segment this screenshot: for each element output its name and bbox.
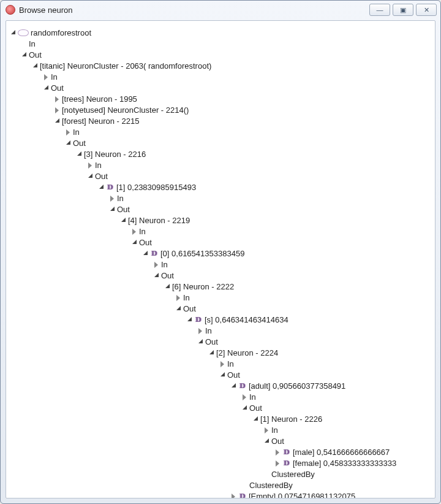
chevron-down-icon[interactable] — [263, 438, 270, 445]
window-buttons: — ▣ ✕ — [367, 4, 437, 16]
chevron-down-icon[interactable] — [87, 173, 94, 180]
tree-item[interactable]: ClusteredBy — [241, 479, 432, 491]
chevron-right-icon[interactable] — [230, 493, 237, 498]
tree-item[interactable]: Out — [131, 237, 432, 248]
tree-item[interactable]: In — [219, 358, 432, 369]
tree-item[interactable]: Out — [43, 82, 432, 93]
tree-item[interactable]: In — [21, 38, 432, 49]
tree-item[interactable]: In — [87, 159, 432, 170]
tree-scroll[interactable]: randomforestroot In Out [titanic] Neuron… — [6, 21, 435, 498]
chevron-down-icon[interactable] — [197, 338, 204, 345]
tree-item[interactable]: Out — [65, 137, 432, 148]
chevron-right-icon[interactable] — [43, 74, 50, 80]
chevron-down-icon[interactable] — [10, 29, 17, 36]
title-bar[interactable]: Browse neuron — ▣ ✕ — [1, 1, 440, 19]
tree-item[interactable]: [2] Neuron - 2224 — [208, 347, 432, 358]
chevron-right-icon[interactable] — [219, 361, 226, 367]
tree-item[interactable]: Out — [197, 336, 432, 347]
tree-item[interactable]: In — [241, 391, 432, 402]
chevron-right-icon[interactable] — [87, 162, 94, 169]
oval-icon — [18, 29, 29, 36]
tree-item[interactable]: Out — [241, 402, 432, 413]
tree-item[interactable]: [4] Neuron - 2219 — [120, 215, 432, 226]
chevron-down-icon[interactable] — [252, 416, 259, 422]
tree-item[interactable]: D [1] 0,23830985915493 — [98, 181, 432, 193]
chevron-down-icon[interactable] — [120, 217, 127, 224]
tree-item[interactable]: In — [109, 193, 432, 204]
chevron-right-icon[interactable] — [65, 129, 72, 136]
tree-item[interactable]: D [s] 0,646341463414634 — [186, 314, 432, 325]
tree-item[interactable]: Out — [153, 270, 432, 281]
chevron-right-icon[interactable] — [274, 449, 281, 456]
chevron-right-icon[interactable] — [109, 195, 116, 202]
tree-item[interactable]: D [female] 0,458333333333333 — [274, 457, 432, 468]
tree-item[interactable]: [1] Neuron - 2226 — [252, 413, 432, 424]
chevron-down-icon[interactable] — [186, 316, 193, 323]
minimize-button[interactable]: — — [369, 4, 390, 16]
tree-item[interactable]: D [male] 0,541666666666667 — [274, 446, 432, 457]
tree-item[interactable]: [notyetused] NeuronCluster - 2214() — [54, 104, 432, 115]
chevron-down-icon[interactable] — [98, 184, 105, 191]
chevron-down-icon[interactable] — [164, 283, 171, 290]
chevron-down-icon[interactable] — [208, 349, 215, 356]
tree-item[interactable]: [forest] Neuron - 2215 — [54, 115, 432, 126]
maximize-button[interactable]: ▣ — [393, 4, 413, 16]
chevron-right-icon[interactable] — [175, 294, 182, 301]
tree-item[interactable]: [3] Neuron - 2216 — [76, 148, 432, 159]
node-label: Out — [95, 172, 108, 181]
tree-item[interactable]: Out — [263, 435, 432, 446]
tree-item[interactable]: [6] Neuron - 2222 — [164, 281, 432, 292]
node-label: In — [161, 260, 168, 269]
chevron-down-icon[interactable] — [175, 305, 182, 312]
tree-item[interactable]: In — [153, 259, 432, 270]
tree-item[interactable]: [titanic] NeuronCluster - 2063( randomfo… — [32, 60, 432, 71]
chevron-right-icon[interactable] — [54, 96, 61, 102]
chevron-down-icon[interactable] — [153, 272, 160, 279]
chevron-down-icon[interactable] — [219, 372, 226, 378]
chevron-right-icon[interactable] — [197, 327, 204, 334]
node-label: Out — [73, 139, 86, 148]
tree-item[interactable]: In — [175, 292, 432, 303]
node-label: In — [183, 293, 190, 302]
tree-item[interactable]: In — [43, 71, 432, 82]
chevron-down-icon[interactable] — [43, 85, 50, 91]
chevron-down-icon[interactable] — [241, 405, 248, 411]
chevron-right-icon[interactable] — [274, 460, 281, 467]
d-icon: D — [238, 492, 247, 498]
chevron-down-icon[interactable] — [54, 118, 61, 124]
tree-item[interactable]: D [Empty] 0,0754716981132075 — [230, 491, 432, 498]
tree-item[interactable]: Out — [87, 170, 432, 181]
node-label: [female] 0,458333333333333 — [293, 459, 396, 468]
tree-item[interactable]: In — [197, 325, 432, 336]
tree-item[interactable]: D [adult] 0,905660377358491 — [230, 380, 432, 391]
chevron-down-icon[interactable] — [21, 52, 28, 58]
chevron-down-icon[interactable] — [65, 140, 72, 147]
tree-item[interactable]: [trees] Neuron - 1995 — [54, 93, 432, 104]
close-button[interactable]: ✕ — [416, 4, 437, 16]
d-icon: D — [282, 459, 291, 467]
tree-item[interactable]: Out — [175, 303, 432, 314]
chevron-down-icon[interactable] — [131, 239, 138, 246]
chevron-down-icon[interactable] — [142, 250, 149, 257]
tree-item[interactable]: In — [65, 126, 432, 137]
d-icon: D — [238, 381, 247, 390]
chevron-right-icon[interactable] — [54, 107, 61, 113]
chevron-down-icon[interactable] — [76, 151, 83, 158]
chevron-down-icon[interactable] — [32, 63, 39, 69]
tree-item[interactable]: In — [131, 226, 432, 237]
chevron-right-icon[interactable] — [131, 228, 138, 235]
tree-item[interactable]: D [0] 0,616541353383459 — [142, 248, 432, 259]
tree-item[interactable]: Out — [21, 49, 432, 60]
tree-item[interactable]: Out — [219, 369, 432, 380]
tree-item[interactable]: In — [263, 424, 432, 435]
node-label: Out — [161, 271, 174, 280]
chevron-right-icon[interactable] — [263, 427, 270, 433]
tree-item[interactable]: randomforestroot — [10, 27, 432, 38]
chevron-right-icon[interactable] — [241, 394, 248, 400]
node-label: In — [271, 426, 278, 435]
tree-item[interactable]: ClusteredBy — [263, 468, 432, 479]
chevron-right-icon[interactable] — [153, 261, 160, 268]
chevron-down-icon[interactable] — [109, 206, 116, 213]
chevron-down-icon[interactable] — [230, 383, 237, 389]
tree-item[interactable]: Out — [109, 204, 432, 215]
